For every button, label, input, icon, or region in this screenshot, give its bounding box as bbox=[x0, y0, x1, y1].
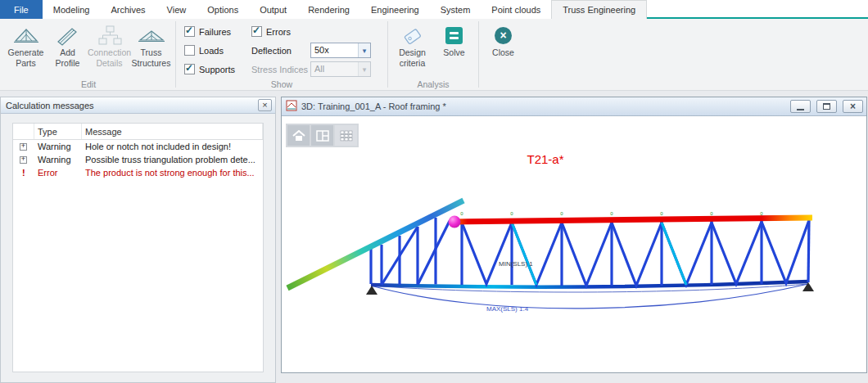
generate-parts-label: Generate Parts bbox=[5, 47, 47, 68]
message-row-warning-2[interactable]: Warning Possible truss triangulation pro… bbox=[13, 153, 263, 166]
window-restore-button[interactable] bbox=[816, 100, 837, 113]
generate-parts-button[interactable]: Generate Parts bbox=[5, 20, 47, 68]
group-label-edit: Edit bbox=[2, 79, 175, 89]
roof-view-button[interactable] bbox=[287, 125, 310, 146]
tab-archives[interactable]: Archives bbox=[100, 0, 156, 19]
viewport-toolbar bbox=[286, 124, 359, 147]
tab-truss-engineering[interactable]: Truss Engineering bbox=[551, 0, 647, 19]
tab-file[interactable]: File bbox=[0, 0, 43, 19]
grid-view-button[interactable] bbox=[335, 125, 357, 146]
svg-text:0: 0 bbox=[610, 211, 613, 216]
truss-structures-icon bbox=[138, 23, 165, 47]
loads-checkbox[interactable] bbox=[184, 45, 195, 56]
messages-panel-title: Calculation messages bbox=[6, 101, 258, 110]
tab-modeling[interactable]: Modeling bbox=[43, 0, 101, 19]
tab-output[interactable]: Output bbox=[249, 0, 297, 19]
solve-button[interactable]: Solve bbox=[433, 20, 475, 58]
message-row-error[interactable]: Error The product is not strong enough f… bbox=[13, 166, 263, 179]
svg-text:0: 0 bbox=[510, 211, 513, 216]
add-profile-label: Add Profile bbox=[47, 47, 88, 68]
right-support-icon bbox=[802, 282, 814, 291]
group-label-show: Show bbox=[176, 79, 387, 89]
selected-node-handle[interactable] bbox=[449, 216, 461, 228]
chevron-down-icon[interactable] bbox=[358, 43, 370, 57]
expand-plus-icon[interactable] bbox=[20, 156, 27, 164]
message-column-header: Message bbox=[82, 124, 263, 139]
grid-icon bbox=[340, 130, 353, 142]
failures-checkbox-row[interactable]: Failures bbox=[184, 22, 248, 41]
split-window-icon bbox=[316, 130, 329, 142]
tab-view[interactable]: View bbox=[156, 0, 197, 19]
message-text: Hole or notch not included in design! bbox=[82, 142, 263, 151]
ribbon-group-close: Close bbox=[479, 19, 527, 90]
tab-point-clouds[interactable]: Point clouds bbox=[481, 0, 551, 19]
house-icon bbox=[292, 130, 305, 142]
failures-checkbox[interactable] bbox=[184, 26, 195, 37]
tab-options[interactable]: Options bbox=[197, 0, 249, 19]
viewport-icon bbox=[286, 100, 297, 113]
layout-view-button[interactable] bbox=[311, 125, 333, 146]
connection-details-label: Connection Details bbox=[88, 47, 131, 68]
loads-checkbox-row[interactable]: Loads bbox=[184, 41, 248, 60]
window-close-button[interactable] bbox=[843, 100, 863, 113]
application-window: File Modeling Archives View Options Outp… bbox=[0, 0, 868, 383]
svg-text:0: 0 bbox=[460, 211, 463, 216]
close-button[interactable]: Close bbox=[482, 20, 524, 58]
stress-indices-value: All bbox=[311, 62, 358, 76]
tab-engineering[interactable]: Engineering bbox=[360, 0, 430, 19]
design-criteria-button[interactable]: Design criteria bbox=[391, 20, 433, 68]
tab-rendering[interactable]: Rendering bbox=[297, 0, 360, 19]
message-row-warning-1[interactable]: Warning Hole or notch not included in de… bbox=[13, 140, 263, 153]
svg-text:0: 0 bbox=[760, 211, 763, 216]
workspace: Calculation messages Type Message Warnin… bbox=[0, 91, 868, 383]
expand-plus-icon[interactable] bbox=[20, 143, 27, 151]
tab-system[interactable]: System bbox=[430, 0, 481, 19]
solve-label: Solve bbox=[443, 47, 464, 58]
svg-text:0: 0 bbox=[710, 211, 713, 216]
supports-label: Supports bbox=[199, 65, 235, 74]
errors-label: Errors bbox=[266, 27, 291, 37]
design-criteria-label: Design criteria bbox=[391, 47, 433, 68]
errors-checkbox[interactable] bbox=[251, 26, 262, 37]
chevron-down-icon bbox=[358, 62, 370, 76]
web-members bbox=[371, 218, 809, 286]
close-label: Close bbox=[492, 47, 514, 58]
restore-icon bbox=[823, 103, 830, 110]
loads-label: Loads bbox=[199, 46, 224, 56]
messages-table: Type Message Warning Hole or notch not i… bbox=[12, 123, 264, 372]
type-column-header: Type bbox=[34, 124, 82, 139]
svg-text:0: 0 bbox=[560, 211, 563, 216]
viewport-canvas[interactable]: 0 0 0 0 0 0 0 T21-a* MIN(SLS) 1 MAX(SLS)… bbox=[282, 116, 866, 372]
stress-indices-dropdown[interactable]: All bbox=[310, 61, 371, 77]
truss-3d-model[interactable]: 0 0 0 0 0 0 0 T21-a* MIN(SLS) 1 MAX(SLS)… bbox=[282, 116, 866, 372]
solve-icon bbox=[445, 23, 463, 47]
menu-tab-bar: File Modeling Archives View Options Outp… bbox=[0, 0, 868, 19]
ribbon-group-edit: Generate Parts Add Profile Connection De… bbox=[2, 19, 175, 90]
window-minimize-button[interactable] bbox=[790, 100, 811, 113]
deflection-value: 50x bbox=[311, 43, 358, 57]
truss-generate-icon bbox=[13, 23, 39, 47]
messages-panel-body: Type Message Warning Hole or notch not i… bbox=[1, 114, 275, 382]
supports-checkbox-row[interactable]: Supports bbox=[184, 60, 248, 79]
supports-checkbox[interactable] bbox=[184, 64, 195, 74]
truss-name-label: T21-a* bbox=[527, 152, 563, 166]
min-sls-label: MIN(SLS) 1 bbox=[499, 260, 533, 268]
truss-structures-button[interactable]: Truss Structures bbox=[130, 20, 172, 68]
max-sls-label: MAX(SLS) 1.4 bbox=[486, 305, 529, 313]
viewport-titlebar[interactable]: 3D: Training_001_A - Roof framing * bbox=[282, 97, 866, 116]
node-labels: 0 0 0 0 0 0 0 bbox=[460, 211, 763, 216]
connection-details-button[interactable]: Connection Details bbox=[88, 20, 130, 68]
add-profile-button[interactable]: Add Profile bbox=[47, 20, 88, 68]
ribbon-group-show: Failures Loads Supports Errors bbox=[176, 19, 387, 90]
errors-checkbox-row[interactable]: Errors bbox=[251, 22, 382, 41]
deflection-field-row: Deflection 50x bbox=[251, 41, 382, 60]
messages-table-header: Type Message bbox=[13, 124, 263, 140]
panel-close-icon[interactable] bbox=[258, 99, 272, 111]
message-type: Error bbox=[34, 168, 82, 178]
failures-label: Failures bbox=[199, 27, 231, 37]
messages-panel-titlebar[interactable]: Calculation messages bbox=[1, 97, 275, 114]
active-tab-accent-line bbox=[647, 17, 868, 19]
deflection-dropdown[interactable]: 50x bbox=[310, 43, 371, 58]
3d-view-window: 3D: Training_001_A - Roof framing * bbox=[281, 97, 867, 373]
close-icon bbox=[495, 23, 512, 47]
